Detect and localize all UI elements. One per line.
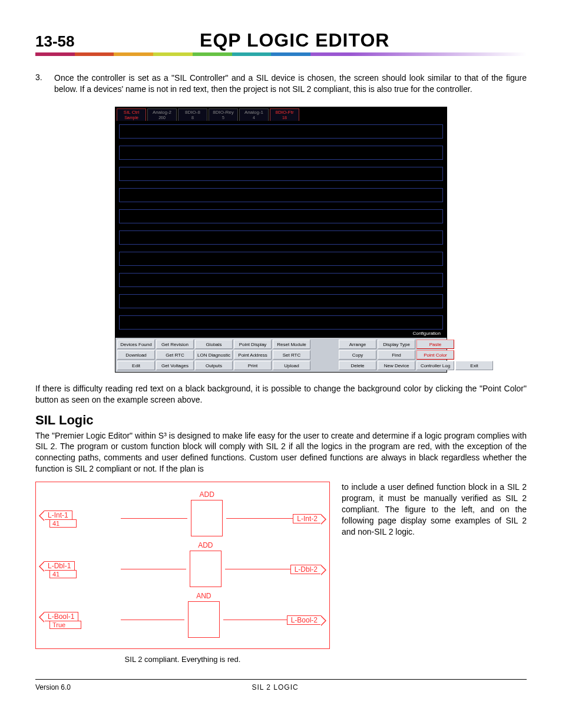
- display-type-button[interactable]: Display Type: [378, 340, 415, 349]
- tab-8dio-8[interactable]: 8DIO-88: [178, 108, 207, 121]
- get-revision-button[interactable]: Get Revision: [156, 340, 194, 349]
- point-slot[interactable]: [119, 188, 443, 202]
- input-pin: L-Int-1 41: [44, 509, 121, 528]
- figure-and-text: L-Int-1 41 ADD L-Int-2 L-Dbl-1 41 ADD: [35, 482, 527, 664]
- exit-button[interactable]: Exit: [455, 361, 493, 370]
- pin-label: L-Dbl-2: [290, 565, 321, 574]
- upload-button[interactable]: Upload: [273, 361, 310, 370]
- button-grid: Devices Found Get Revision Globals Point…: [115, 338, 447, 372]
- delete-button[interactable]: Delete: [339, 361, 376, 370]
- paragraph: If there is difficulty reading red text …: [35, 383, 527, 406]
- pin-label: L-Bool-1: [44, 612, 78, 621]
- new-device-button[interactable]: New Device: [378, 361, 415, 370]
- header-rule: [35, 52, 527, 56]
- output-pin: L-Dbl-2: [290, 564, 321, 574]
- logic-figure: L-Int-1 41 ADD L-Int-2 L-Dbl-1 41 ADD: [35, 482, 330, 664]
- tab-8dio-ftr[interactable]: 8DIO-Ftr18: [270, 108, 299, 121]
- point-slot[interactable]: [119, 167, 443, 181]
- point-color-button[interactable]: Point Color: [416, 350, 454, 360]
- paste-button[interactable]: Paste: [416, 340, 454, 349]
- point-address-button[interactable]: Point Address: [234, 350, 272, 360]
- wire: [121, 620, 184, 620]
- point-slot[interactable]: [119, 273, 443, 287]
- arrange-button[interactable]: Arrange: [339, 340, 376, 349]
- outputs-button[interactable]: Outputs: [195, 361, 233, 370]
- devices-found-button[interactable]: Devices Found: [117, 340, 155, 349]
- point-slot[interactable]: [119, 252, 443, 266]
- page: 13-58 EQP LOGIC EDITOR 3. Once the contr…: [0, 0, 562, 715]
- globals-button[interactable]: Globals: [195, 340, 233, 349]
- tab-8dio-rey[interactable]: 8DIO-Rey5: [209, 108, 238, 121]
- wire: [121, 518, 187, 519]
- page-header: 13-58 EQP LOGIC EDITOR: [35, 29, 527, 51]
- logic-diagram: L-Int-1 41 ADD L-Int-2 L-Dbl-1 41 ADD: [35, 482, 330, 649]
- pin-value: 41: [49, 570, 77, 578]
- output-pin: L-Bool-2: [287, 614, 321, 625]
- screenshot-figure: SIL CtrlSample Analog-2260 8DIO-88 8DIO-…: [35, 107, 527, 373]
- get-rtc-button[interactable]: Get RTC: [156, 350, 194, 360]
- pin-value: True: [49, 621, 81, 629]
- tab-sil-ctrl[interactable]: SIL CtrlSample: [117, 108, 146, 121]
- footer-version: Version 6.0: [35, 683, 71, 691]
- point-slot[interactable]: [119, 294, 443, 308]
- input-pin: L-Dbl-1 41: [44, 560, 121, 578]
- edit-button[interactable]: Edit: [117, 361, 155, 370]
- point-rows: Configuration: [115, 121, 447, 338]
- footer-title: SIL 2 LOGIC: [71, 683, 480, 691]
- tab-analog-1[interactable]: Analog-14: [239, 108, 269, 121]
- section-heading: SIL Logic: [35, 413, 527, 428]
- lon-diagnostic-button[interactable]: LON Diagnostic: [195, 350, 233, 360]
- add-block: ADD: [190, 551, 222, 587]
- find-button[interactable]: Find: [378, 350, 415, 360]
- wire: [223, 620, 287, 620]
- configuration-label: Configuration: [119, 331, 443, 337]
- point-slot[interactable]: [119, 124, 443, 139]
- point-slot[interactable]: [119, 146, 443, 160]
- pin-value: 41: [49, 519, 77, 528]
- figure-caption: SIL 2 compliant. Everything is red.: [35, 655, 330, 664]
- step-text: Once the controller is set as a "SIL Con…: [54, 73, 527, 95]
- reset-module-button[interactable]: Reset Module: [273, 340, 310, 349]
- wire: [121, 569, 186, 569]
- point-slot[interactable]: [119, 230, 443, 245]
- pin-label: L-Int-2: [293, 514, 321, 523]
- page-number: 13-58: [35, 32, 75, 51]
- paragraph: The "Premier Logic Editor" within S³ is …: [35, 430, 527, 475]
- app-window: SIL CtrlSample Analog-2260 8DIO-88 8DIO-…: [115, 107, 447, 373]
- step-number: 3.: [35, 73, 46, 102]
- aside-text: to include a user defined function block…: [342, 482, 527, 537]
- pin-label: L-Dbl-1: [44, 561, 75, 571]
- wire: [226, 518, 293, 519]
- point-slot[interactable]: [119, 209, 443, 223]
- download-button[interactable]: Download: [117, 350, 155, 360]
- footer-rule: [35, 679, 527, 680]
- wire: [225, 569, 290, 569]
- point-slot[interactable]: [119, 315, 443, 330]
- numbered-step: 3. Once the controller is set as a "SIL …: [35, 73, 527, 102]
- tab-bar: SIL CtrlSample Analog-2260 8DIO-88 8DIO-…: [115, 107, 447, 121]
- get-voltages-button[interactable]: Get Voltages: [156, 361, 194, 370]
- page-footer: Version 6.0 SIL 2 LOGIC: [35, 683, 527, 691]
- input-pin: L-Bool-1 True: [44, 611, 121, 629]
- print-button[interactable]: Print: [234, 361, 272, 370]
- add-block: ADD: [191, 500, 223, 536]
- tab-analog-2[interactable]: Analog-2260: [147, 108, 177, 121]
- page-title: EQP LOGIC EDITOR: [98, 29, 492, 51]
- controller-log-button[interactable]: Controller Log: [416, 361, 454, 370]
- pin-label: L-Bool-2: [287, 615, 321, 625]
- copy-button[interactable]: Copy: [339, 350, 376, 360]
- set-rtc-button[interactable]: Set RTC: [273, 350, 310, 360]
- output-pin: L-Int-2: [293, 513, 321, 523]
- pin-label: L-Int-1: [44, 510, 72, 520]
- and-block: AND: [188, 601, 220, 638]
- point-display-button[interactable]: Point Display: [234, 340, 272, 349]
